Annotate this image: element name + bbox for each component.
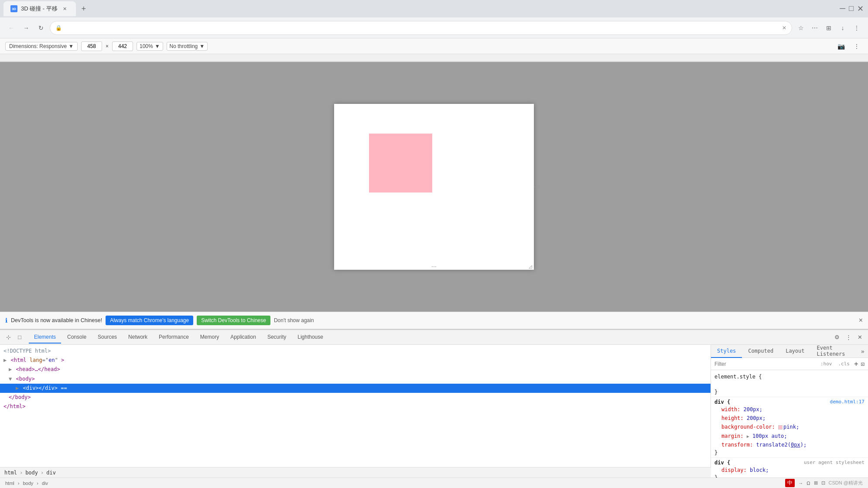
ruler-marks: var marks = ''; for(var i=0;i<1990;i+=50…: [0, 54, 868, 62]
throttle-select[interactable]: No throttling ▼: [167, 42, 208, 51]
url-input[interactable]: file:///D:/HTML/demo.html: [65, 24, 779, 31]
tray-icon-omega[interactable]: Ω: [806, 481, 810, 486]
browser-window: 3D 3D 碰撞 - 平移 ✕ + ─ □ ✕ ← → ↻ 🔒 file:///…: [0, 0, 868, 488]
tab-network[interactable]: Network: [123, 331, 153, 344]
devtools-settings-icon[interactable]: ⚙: [832, 333, 842, 342]
clear-url-icon[interactable]: ✕: [782, 25, 786, 31]
tab-console[interactable]: Console: [62, 331, 92, 344]
breadcrumb-html[interactable]: html: [3, 470, 18, 476]
dom-line[interactable]: </html>: [0, 402, 711, 411]
notification-message: DevTools is now available in Chinese!: [11, 317, 102, 323]
lock-icon: 🔒: [55, 25, 62, 31]
viewport-width-input[interactable]: [81, 41, 102, 51]
tab-sources[interactable]: Sources: [92, 331, 122, 344]
inspect-element-icon[interactable]: ⊹: [3, 333, 13, 342]
color-swatch[interactable]: [778, 425, 783, 430]
tray-icon-zh[interactable]: 中: [785, 479, 795, 487]
match-language-button[interactable]: Always match Chrome's language: [106, 316, 193, 325]
style-tab-event-listeners[interactable]: Event Listeners: [811, 345, 858, 358]
tab-elements[interactable]: Elements: [29, 331, 61, 344]
title-bar-right: ─ □ ✕: [835, 4, 865, 14]
system-tray: 中 → Ω ⊞ ⊡ CSDN @精讲光: [785, 479, 863, 487]
new-tab-button[interactable]: +: [78, 3, 90, 15]
style-tab-layout[interactable]: Layout: [779, 345, 810, 358]
tab-performance[interactable]: Performance: [154, 331, 194, 344]
devtools-more-icon[interactable]: ⋮: [844, 333, 853, 342]
status-bar: html › body › div 中 → Ω ⊞ ⊡ CSDN @精讲光: [0, 478, 868, 488]
style-tab-computed[interactable]: Computed: [742, 345, 779, 358]
style-tab-styles[interactable]: Styles: [711, 345, 742, 358]
styles-panel-icon[interactable]: ⊡: [861, 361, 865, 368]
switch-devtools-button[interactable]: Switch DevTools to Chinese: [197, 316, 270, 325]
style-tab-more[interactable]: »: [858, 348, 868, 355]
dom-line[interactable]: </body>: [0, 393, 711, 402]
dom-line[interactable]: ▶ <html lang="en" >: [0, 356, 711, 365]
devtools-tabs: ⊹ □ Elements Console Sources Network Per…: [0, 330, 868, 345]
bookmark-icon[interactable]: ☆: [795, 22, 807, 34]
css-rule-header: div { demo.html:17: [714, 399, 865, 405]
cls-pseudo-button[interactable]: .cls: [836, 360, 851, 368]
resize-right-handle[interactable]: ⋮: [534, 184, 540, 189]
browser-tab[interactable]: 3D 3D 碰撞 - 平移 ✕: [3, 1, 76, 16]
notification-close-icon[interactable]: ×: [859, 316, 863, 324]
reload-button[interactable]: ↻: [35, 22, 47, 34]
tab-memory[interactable]: Memory: [195, 331, 224, 344]
css-rule-user-agent: div { user agent stylesheet display: blo…: [711, 458, 868, 478]
window-minimize-button[interactable]: ─: [839, 4, 846, 14]
download-icon[interactable]: ↓: [837, 22, 849, 34]
extensions-icon[interactable]: ⊞: [823, 22, 835, 34]
window-close-button[interactable]: ✕: [856, 4, 865, 14]
window-controls: ─ □ ✕: [839, 4, 865, 14]
status-breadcrumb-div[interactable]: div: [42, 481, 48, 486]
window-maximize-button[interactable]: □: [848, 4, 854, 14]
dimensions-select[interactable]: Dimensions: Responsive ▼: [5, 42, 78, 51]
breadcrumb-body[interactable]: body: [24, 470, 39, 476]
styles-content: element.style { } div { demo.html:17: [711, 370, 868, 478]
devtools-close-icon[interactable]: ✕: [855, 333, 865, 342]
devtools-tabs-right: ⚙ ⋮ ✕: [832, 333, 865, 342]
css-prop-width: width: 200px;: [714, 405, 865, 414]
dom-line[interactable]: ▶ <head>…</head>: [0, 365, 711, 374]
viewport-frame: ◿ ⋯ ⋮: [334, 104, 534, 270]
back-button[interactable]: ←: [5, 22, 17, 34]
tab-security[interactable]: Security: [262, 331, 291, 344]
tab-application[interactable]: Application: [225, 331, 261, 344]
tray-icon-box[interactable]: ⊡: [821, 480, 825, 486]
zoom-select[interactable]: 100% ▼: [137, 42, 163, 51]
dimension-x-separator: ×: [106, 43, 109, 49]
resize-bottom-handle[interactable]: ⋯: [431, 264, 437, 270]
add-style-rule-button[interactable]: +: [854, 360, 858, 368]
status-breadcrumb-html[interactable]: html: [5, 481, 14, 486]
dom-line[interactable]: ▼ <body>: [0, 375, 711, 384]
styles-tabs: Styles Computed Layout Event Listeners »: [711, 345, 868, 358]
profile-icon[interactable]: ⋮: [851, 22, 863, 34]
address-bar[interactable]: 🔒 file:///D:/HTML/demo.html ✕: [50, 21, 792, 35]
camera-icon[interactable]: 📷: [835, 40, 847, 52]
tab-title: 3D 碰撞 - 平移: [21, 5, 58, 13]
css-rule-ua-header: div { user agent stylesheet: [714, 460, 865, 466]
browser-more-icon[interactable]: ⋯: [809, 22, 821, 34]
forward-button[interactable]: →: [20, 22, 32, 34]
devtools-content: <!DOCTYPE html> ▶ <html lang="en" > ▶ <h…: [0, 345, 868, 478]
resize-corner-handle[interactable]: ◿: [527, 263, 534, 270]
tray-icon-grid[interactable]: ⊞: [814, 480, 818, 486]
breadcrumb-div[interactable]: div: [45, 470, 57, 476]
dimensions-label: Dimensions: Responsive: [9, 43, 67, 49]
styles-filter-input[interactable]: [714, 361, 816, 367]
viewport-height-input[interactable]: [112, 41, 133, 51]
tab-close-button[interactable]: ✕: [61, 5, 69, 13]
dom-line-selected[interactable]: ▶ <div></div> == $0: [0, 384, 711, 393]
hover-pseudo-button[interactable]: :hov: [819, 360, 834, 368]
status-breadcrumb-body[interactable]: body: [23, 481, 33, 486]
css-prop-display: display: block;: [714, 466, 865, 474]
responsive-more-icon[interactable]: ⋮: [851, 40, 863, 52]
margin-expand-icon[interactable]: ▶: [747, 434, 749, 439]
tray-icon-arrow[interactable]: →: [798, 481, 803, 486]
css-prop-bgcolor: background-color: pink;: [714, 423, 865, 431]
tab-lighthouse[interactable]: Lighthouse: [292, 331, 328, 344]
main-area: ◿ ⋯ ⋮ ℹ DevTools is now available in Chi…: [0, 62, 868, 478]
device-toolbar-icon[interactable]: □: [15, 333, 24, 342]
dom-line[interactable]: <!DOCTYPE html>: [0, 347, 711, 356]
dont-show-again-link[interactable]: Don't show again: [274, 317, 314, 323]
css-rule-div: div { demo.html:17 width: 200px; height:…: [711, 397, 868, 458]
